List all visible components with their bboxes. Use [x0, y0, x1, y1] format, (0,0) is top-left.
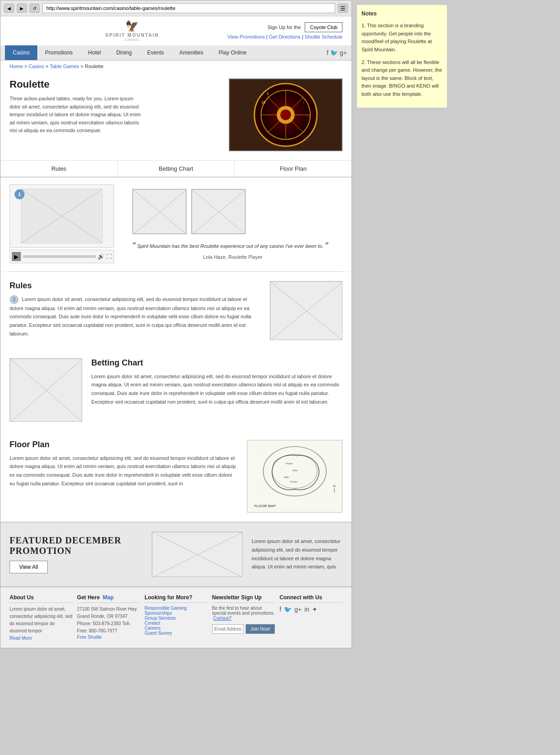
note-item-2: 2. These sections will all be flexible a…	[362, 59, 442, 99]
view-promotions-link[interactable]: View Promotions	[228, 34, 265, 39]
betting-content: Betting Chart Lorem ipsum dolor sit amet…	[91, 358, 342, 422]
testimonial-quote: " Spirit Mountain has the best Roulette …	[132, 240, 333, 252]
breadcrumb: Home > Casino > Table Games > Roulette	[0, 61, 352, 72]
svg-line-24	[133, 189, 187, 234]
footer-newsletter: Newsletter Sign Up Be the first to hear …	[212, 594, 275, 641]
footer-facebook-icon[interactable]: f	[279, 606, 281, 613]
back-button[interactable]: ◀	[4, 4, 14, 13]
footer-address: 27100 SW Salmon River Hwy Grand Ronde, O…	[77, 606, 140, 635]
footer-twitter-icon[interactable]: 🐦	[284, 606, 292, 613]
page-title: Roulette	[10, 79, 220, 90]
footer-sponsorships-link[interactable]: Sponsorships	[144, 611, 208, 616]
view-all-button[interactable]: View All	[10, 561, 48, 573]
newsletter-form: Join Now!	[212, 622, 275, 634]
svg-text:N: N	[333, 484, 336, 488]
google-plus-icon[interactable]: g+	[340, 49, 347, 56]
note-item-1: 1. This section is a branding opportunit…	[362, 22, 442, 54]
get-directions-link[interactable]: Get Directions	[269, 34, 301, 39]
footer-group-services-link[interactable]: Group Services	[144, 616, 208, 621]
play-button[interactable]: ▶	[12, 252, 21, 261]
testimonial-images	[132, 189, 333, 234]
browser-menu-button[interactable]: ☰	[338, 4, 348, 13]
promo-text-area: FEATURED DECEMBER PROMOTION View All	[10, 535, 143, 573]
media-section: 1 ▶ 🔊 ⛶	[0, 178, 352, 271]
site-footer: About Us Lorem ipsum dolor sit amet, con…	[0, 587, 352, 648]
footer-map-link[interactable]: Map	[103, 594, 114, 601]
facebook-icon[interactable]: f	[327, 49, 328, 56]
footer-contact-link[interactable]: Contact	[144, 621, 208, 626]
nav-item-dining[interactable]: Dining	[109, 45, 139, 60]
svg-rect-38	[248, 440, 342, 512]
promo-lorem-text: Lorem ipsum dolor sit amet, consectetur …	[252, 537, 342, 571]
address-bar[interactable]	[42, 3, 335, 13]
breadcrumb-current: Roulette	[85, 64, 104, 69]
hero-image: 7 1 34 2 15	[229, 79, 342, 151]
footer-curious-link[interactable]: Curious?	[213, 616, 232, 621]
betting-section: Betting Chart Lorem ipsum dolor sit amet…	[0, 349, 352, 431]
header-right: Sign Up for the Coyote Club View Promoti…	[228, 22, 342, 39]
signup-text: Sign Up for the	[268, 25, 301, 30]
nav-item-play-online[interactable]: Play Online	[211, 45, 254, 60]
svg-rect-22	[133, 189, 187, 234]
tab-rules[interactable]: Rules	[0, 161, 118, 177]
breadcrumb-table-games[interactable]: Table Games	[50, 64, 79, 69]
footer-careers-link[interactable]: Careers	[144, 626, 208, 631]
footer-about-heading: About Us	[10, 594, 73, 603]
footer-google-plus-icon[interactable]: g+	[294, 606, 302, 613]
progress-bar[interactable]	[23, 255, 96, 258]
svg-text:Table: Table	[283, 476, 289, 479]
quote-content: Spirit Mountain has the best Roulette ex…	[137, 243, 324, 249]
footer-linkedin-icon[interactable]: in	[304, 606, 309, 613]
testimonial-image-2	[191, 189, 246, 234]
logo-text: SPIRIT MOUNTAIN	[105, 33, 159, 38]
tab-betting-chart[interactable]: Betting Chart	[118, 161, 235, 177]
tabs-section: Rules Betting Chart Floor Plan	[0, 161, 352, 178]
hero-content: Roulette Three action-packed tables, rea…	[10, 79, 220, 151]
header-links: View Promotions | Get Directions | Shutt…	[228, 34, 342, 39]
footer-read-more-link[interactable]: Read More	[10, 636, 32, 641]
nav-item-promotions[interactable]: Promotions	[37, 45, 80, 60]
svg-line-28	[192, 189, 246, 234]
tabs-bar: Rules Betting Chart Floor Plan	[0, 161, 352, 177]
nav-items: Casino Promotions Hotel Dining Events Am…	[5, 45, 254, 60]
hero-description: Three action-packed tables, ready for yo…	[10, 95, 146, 135]
footer-get-here: Get Here Map 27100 SW Salmon River Hwy G…	[77, 594, 140, 641]
svg-text:15: 15	[261, 100, 265, 104]
site-header: 🦅 SPIRIT MOUNTAIN CASINO Sign Up for the…	[0, 16, 352, 61]
svg-text:Games: Games	[290, 480, 297, 483]
shuttle-schedule-link[interactable]: Shuttle Schedule	[305, 34, 342, 39]
volume-icon[interactable]: 🔊	[98, 253, 104, 260]
nav-social-icons: f 🐦 g+	[327, 49, 347, 56]
tab-floor-plan[interactable]: Floor Plan	[235, 161, 352, 177]
promo-title: FEATURED DECEMBER PROMOTION	[10, 535, 143, 556]
nav-item-events[interactable]: Events	[139, 45, 172, 60]
svg-rect-25	[133, 189, 187, 234]
forward-button[interactable]: ▶	[17, 4, 27, 13]
floor-map-svg: Poker Slots Table Games N FLOOR MAP	[248, 440, 342, 512]
footer-looking-heading: Looking for More?	[144, 594, 208, 603]
nav-item-casino[interactable]: Casino	[5, 45, 37, 60]
footer-guest-survey-link[interactable]: Guest Survey	[144, 631, 208, 636]
nav-item-hotel[interactable]: Hotel	[80, 45, 109, 60]
logo-icon: 🦅	[125, 20, 139, 33]
breadcrumb-casino[interactable]: Casino	[29, 64, 44, 69]
placeholder-svg-2	[192, 189, 246, 234]
rules-body: Lorem ipsum dolor sit amet, consectetur …	[10, 296, 251, 336]
floor-image: Poker Slots Table Games N FLOOR MAP	[247, 440, 342, 513]
coyote-club-button[interactable]: Coyote Club	[305, 22, 342, 32]
twitter-icon[interactable]: 🐦	[330, 49, 338, 56]
fullscreen-icon[interactable]: ⛶	[106, 253, 112, 260]
footer-responsible-gaming-link[interactable]: Responsible Gaming	[144, 606, 208, 611]
betting-placeholder-svg	[10, 359, 82, 422]
email-input[interactable]	[212, 624, 244, 634]
promotion-section: FEATURED DECEMBER PROMOTION View All Lor…	[0, 523, 352, 587]
breadcrumb-home[interactable]: Home	[10, 64, 23, 69]
footer-free-shuttle-link[interactable]: Free Shuttle	[77, 635, 140, 640]
join-button[interactable]: Join Now!	[246, 624, 275, 634]
footer-star-icon[interactable]: ✦	[312, 606, 317, 613]
refresh-button[interactable]: ↺	[30, 4, 40, 13]
nav-item-amenities[interactable]: Amenities	[172, 45, 211, 60]
svg-text:1: 1	[302, 100, 304, 104]
browser-toolbar: ◀ ▶ ↺ ☰	[0, 0, 352, 16]
svg-rect-26	[192, 189, 246, 234]
